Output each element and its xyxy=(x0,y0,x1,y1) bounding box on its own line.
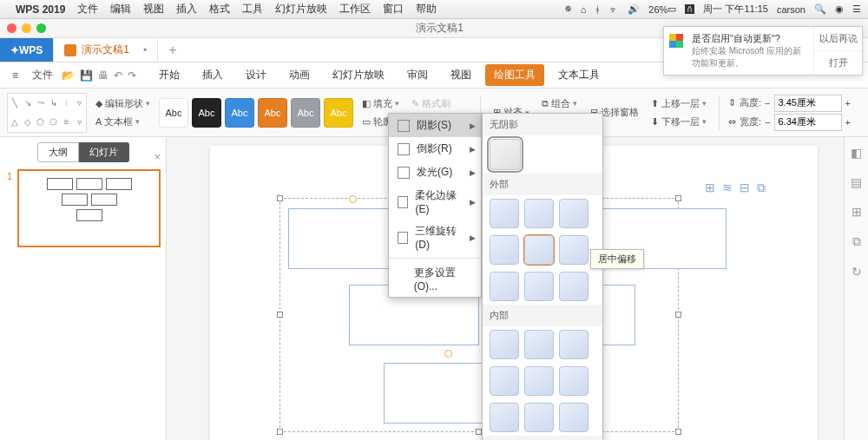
shadow-preset[interactable] xyxy=(490,330,519,359)
style-swatch[interactable]: Abc xyxy=(225,98,254,128)
textbox-button[interactable]: A 文本框 ▾ xyxy=(92,114,154,130)
align-tool-icon[interactable]: ⊞ xyxy=(705,181,715,195)
input-source-icon[interactable]: 🅰 xyxy=(685,4,694,15)
save-icon[interactable]: 💾 xyxy=(80,69,93,82)
notification-open-button[interactable]: 打开 xyxy=(814,51,862,75)
rail-icon[interactable]: ⧉ xyxy=(852,234,861,249)
shadow-preset[interactable] xyxy=(524,330,554,359)
wechat-icon[interactable]: ✵ xyxy=(564,3,572,15)
notification-center-icon[interactable]: ☰ xyxy=(852,3,861,15)
shape-gallery[interactable]: ╲↘⤳↳﹛▿ △◇⬠⎔≡▿ xyxy=(7,93,87,133)
shadow-preset[interactable] xyxy=(490,403,519,432)
menu-edit[interactable]: 编辑 xyxy=(110,2,131,16)
hamburger-icon[interactable]: ≡ xyxy=(7,66,23,85)
volume-icon[interactable]: 🔊 xyxy=(628,3,640,15)
tab-close-icon[interactable]: • xyxy=(143,44,147,56)
spotlight-icon[interactable]: 🔍 xyxy=(814,3,826,15)
shadow-preset[interactable] xyxy=(490,235,519,265)
menu-insert[interactable]: 插入 xyxy=(176,2,197,16)
effect-more-settings[interactable]: 更多设置(O)... xyxy=(389,261,481,297)
ribbon-tab-slideshow[interactable]: 幻灯片放映 xyxy=(324,64,393,86)
ribbon-tab-view[interactable]: 视图 xyxy=(442,64,480,86)
slides-tab[interactable]: 幻灯片 xyxy=(79,142,129,162)
outline-tab[interactable]: 大纲 xyxy=(37,142,79,162)
shadow-preset[interactable] xyxy=(524,403,554,432)
shadow-preset[interactable] xyxy=(490,366,519,396)
shadow-preset[interactable] xyxy=(559,272,589,301)
user-name[interactable]: carson xyxy=(777,4,806,15)
menu-tools[interactable]: 工具 xyxy=(242,2,263,16)
menu-slideshow[interactable]: 幻灯片放映 xyxy=(275,2,327,16)
ribbon-tab-start[interactable]: 开始 xyxy=(150,64,188,86)
align-tool-icon[interactable]: ≋ xyxy=(722,181,733,195)
redo-icon[interactable]: ↷ xyxy=(128,69,136,82)
tab-add[interactable]: + xyxy=(158,38,187,62)
ribbon-tab-design[interactable]: 设计 xyxy=(237,64,275,86)
menu-workspace[interactable]: 工作区 xyxy=(339,2,371,16)
shadow-preset[interactable] xyxy=(490,272,519,301)
notification-later-button[interactable]: 以后再说 xyxy=(814,27,862,51)
app-name[interactable]: WPS 2019 xyxy=(16,3,65,16)
shadow-preset[interactable] xyxy=(559,403,589,432)
shadow-preset[interactable] xyxy=(490,199,519,228)
align-tool-icon[interactable]: ⊟ xyxy=(740,181,750,195)
effect-3d-rotation[interactable]: 三维旋转(D)▶ xyxy=(389,220,481,255)
effect-shadow[interactable]: 阴影(S)▶ xyxy=(389,114,481,137)
shadow-none[interactable] xyxy=(490,139,521,170)
style-swatch[interactable]: Abc xyxy=(192,98,221,128)
shadow-preset[interactable] xyxy=(559,235,589,265)
rail-icon[interactable]: ↻ xyxy=(852,265,862,279)
height-input[interactable] xyxy=(774,95,842,112)
shadow-preset-hover[interactable] xyxy=(524,235,554,265)
format-painter-button[interactable]: ✎ 格式刷 xyxy=(408,95,471,112)
shadow-preset[interactable] xyxy=(559,330,589,359)
ribbon-tab-insert[interactable]: 插入 xyxy=(194,64,232,86)
menu-format[interactable]: 格式 xyxy=(209,2,230,16)
undo-icon[interactable]: ↶ xyxy=(114,69,122,82)
align-tool-icon[interactable]: ⧉ xyxy=(757,181,766,195)
battery-status[interactable]: 26% ▭ xyxy=(648,3,676,15)
style-swatch[interactable]: Abc xyxy=(258,98,287,128)
tab-document[interactable]: 演示文稿1 • xyxy=(54,38,158,62)
effect-reflection[interactable]: 倒影(R)▶ xyxy=(389,137,481,161)
tab-wps-home[interactable]: ✦ WPS xyxy=(0,38,54,62)
menu-help[interactable]: 帮助 xyxy=(416,2,437,16)
menu-file[interactable]: 文件 xyxy=(77,2,98,16)
slide-thumbnail[interactable]: 1 xyxy=(17,169,161,247)
effect-soft-edges[interactable]: 柔化边缘(E)▶ xyxy=(389,184,481,220)
bring-forward-button[interactable]: ⬆ 上移一层 ▾ xyxy=(648,95,710,112)
style-swatch[interactable]: Abc xyxy=(291,98,320,128)
shadow-preset[interactable] xyxy=(559,366,589,396)
rail-icon[interactable]: ◧ xyxy=(851,146,862,160)
bluetooth-icon[interactable]: ᚼ xyxy=(595,4,601,15)
file-menu[interactable]: 文件 xyxy=(27,64,58,86)
rail-icon[interactable]: ⊞ xyxy=(852,205,862,219)
fill-button[interactable]: ◧ 填充 ▾ xyxy=(358,95,403,112)
clock[interactable]: 周一 下午11:15 xyxy=(703,3,768,16)
ribbon-tab-animation[interactable]: 动画 xyxy=(280,64,319,86)
send-backward-button[interactable]: ⬇ 下移一层 ▾ xyxy=(648,114,710,130)
shadow-preset[interactable] xyxy=(524,199,554,228)
open-icon[interactable]: 📂 xyxy=(62,69,75,82)
width-input[interactable] xyxy=(774,114,842,131)
screencast-icon[interactable]: ⌂ xyxy=(581,4,587,15)
group-button[interactable]: ⧉ 组合 ▾ xyxy=(538,95,582,112)
ribbon-tab-text-tools[interactable]: 文本工具 xyxy=(549,64,608,86)
menu-view[interactable]: 视图 xyxy=(143,2,164,16)
shadow-preset[interactable] xyxy=(559,199,589,228)
print-icon[interactable]: 🖶 xyxy=(98,69,108,82)
panel-close-icon[interactable]: × xyxy=(154,150,161,163)
wifi-icon[interactable]: ᯤ xyxy=(609,4,619,15)
edit-shape-button[interactable]: ◆ 编辑形状 ▾ xyxy=(92,95,154,112)
menu-window[interactable]: 窗口 xyxy=(383,2,404,16)
style-swatches[interactable]: Abc Abc Abc Abc Abc Abc xyxy=(159,98,353,128)
effect-glow[interactable]: 发光(G)▶ xyxy=(389,161,481,184)
ribbon-tab-drawing-tools[interactable]: 绘图工具 xyxy=(485,64,544,86)
ribbon-tab-review[interactable]: 审阅 xyxy=(398,64,437,86)
style-swatch[interactable]: Abc xyxy=(159,98,188,128)
rail-icon[interactable]: ▤ xyxy=(851,175,862,189)
style-swatch[interactable]: Abc xyxy=(324,98,353,128)
siri-icon[interactable]: ◉ xyxy=(835,3,844,15)
shadow-preset[interactable] xyxy=(524,366,554,396)
shadow-preset[interactable] xyxy=(524,272,554,301)
